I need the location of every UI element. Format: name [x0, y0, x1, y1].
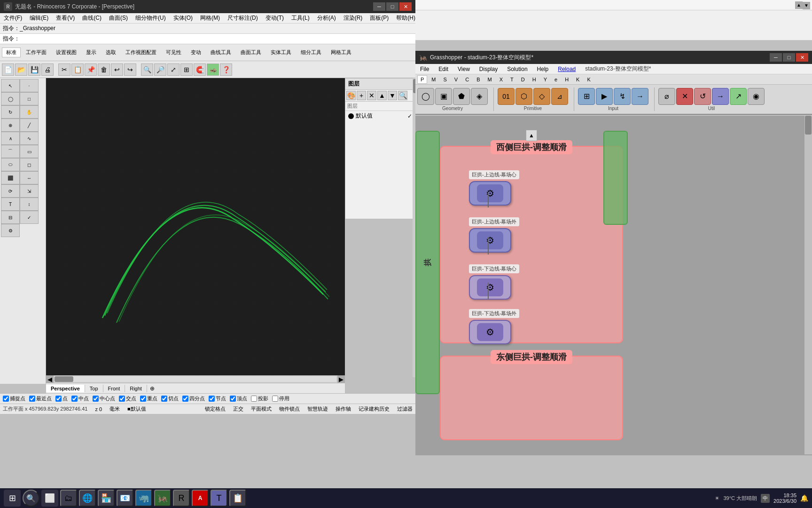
taskbar-app-revit[interactable]: R — [173, 490, 190, 507]
minimize-button[interactable]: ─ — [373, 2, 385, 11]
tool-rect-sel[interactable]: □ — [20, 92, 39, 105]
tool-dim[interactable]: ↕ — [20, 198, 39, 211]
gh-comp-input3[interactable]: ↯ — [614, 88, 631, 105]
snap-input-center[interactable] — [93, 396, 99, 402]
menu-solid[interactable]: 实体(O) — [170, 13, 196, 23]
tool-check[interactable]: ✓ — [20, 211, 39, 224]
tool-rect[interactable]: ▭ — [20, 145, 39, 158]
tool-scale[interactable]: ⇲ — [20, 184, 39, 198]
tool-text[interactable]: T — [1, 198, 20, 211]
viewport-tab-perspective[interactable]: Perspective — [46, 385, 85, 392]
toolbar-tab-select[interactable]: 选取 — [102, 48, 120, 57]
snap-input-weight[interactable] — [140, 396, 146, 402]
toolbar-tab-viewconfig[interactable]: 工作视图配置 — [121, 48, 161, 57]
snap-input-intersect[interactable] — [119, 396, 125, 402]
command-input[interactable] — [20, 36, 413, 42]
snap-input-nearest[interactable] — [29, 396, 35, 402]
snap-input-grid[interactable] — [3, 396, 9, 402]
snap-checkbox-vertex[interactable]: 顶点 — [230, 395, 247, 402]
layer-down-btn[interactable]: ▼ — [388, 91, 397, 100]
gh-tab-e[interactable]: e — [551, 75, 561, 84]
tool-snap[interactable]: 🧲 — [194, 64, 206, 76]
gh-tab-Y[interactable]: Y — [540, 75, 550, 84]
task-view-btn[interactable]: ⬜ — [41, 490, 58, 507]
gh-comp-geo4[interactable]: ◈ — [471, 88, 488, 105]
viewport-tab-front[interactable]: Front — [103, 385, 125, 392]
gh-node1[interactable]: ⚙ — [469, 181, 511, 206]
snap-input-tangent[interactable] — [161, 396, 167, 402]
tool-zoom-view[interactable]: ⊕ — [1, 119, 20, 132]
toolbar-tab-visibility[interactable]: 可见性 — [162, 48, 186, 57]
gh-comp-prim3[interactable]: ◇ — [533, 88, 550, 105]
menu-tools[interactable]: 工具(L) — [288, 13, 313, 23]
tool-arc[interactable]: ⌒ — [1, 145, 20, 158]
menu-render[interactable]: 渲染(R) — [340, 13, 367, 23]
snap-checkbox-point[interactable]: 点 — [55, 395, 68, 402]
gh-menu-view[interactable]: View — [453, 65, 475, 73]
snap-checkbox-tangent[interactable]: 切点 — [161, 395, 179, 402]
snap-input-knot[interactable] — [209, 396, 215, 402]
toolbar-tab-setview[interactable]: 设置视图 — [52, 48, 81, 57]
snap-checkbox-project[interactable]: 投影 — [251, 395, 268, 402]
snap-checkbox-center[interactable]: 中心点 — [93, 395, 115, 402]
gh-tab-V[interactable]: V — [451, 75, 461, 84]
close-button[interactable]: ✕ — [399, 2, 412, 11]
taskbar-app-browser[interactable]: 🌐 — [79, 490, 96, 507]
tool-rotate[interactable]: ⟳ — [1, 184, 20, 198]
gh-close-btn[interactable]: ✕ — [796, 53, 808, 62]
snap-checkbox-intersect[interactable]: 交点 — [119, 395, 136, 402]
rhino-window-controls[interactable]: ─ □ ✕ — [373, 2, 412, 11]
snap-input-disable[interactable] — [272, 396, 278, 402]
layer-add-btn[interactable]: + — [357, 91, 366, 100]
gh-comp-prim2[interactable]: ⬡ — [515, 88, 532, 105]
gh-scrollbar-right-thumb[interactable] — [805, 116, 812, 135]
snap-input-vertex[interactable] — [230, 396, 236, 402]
tool-3d-rotate[interactable]: ↻ — [1, 105, 20, 119]
tool-zoomin[interactable]: 🔍 — [141, 64, 153, 76]
snap-input-quad[interactable] — [182, 396, 188, 402]
layer-delete-btn[interactable]: ✕ — [367, 91, 376, 100]
gh-minimize-btn[interactable]: ─ — [770, 53, 782, 62]
tool-grid-btn[interactable]: ⊟ — [1, 211, 20, 224]
tool-redo[interactable]: ↪ — [124, 64, 136, 76]
menu-dim[interactable]: 尺寸标注(D) — [224, 13, 262, 23]
snap-input-project[interactable] — [251, 396, 257, 402]
tool-select[interactable]: ↖ — [1, 79, 20, 92]
snap-input-point[interactable] — [55, 396, 62, 402]
top-scroll-down[interactable]: ▼ — [803, 2, 810, 9]
viewport-tab-right[interactable]: Right — [125, 385, 147, 392]
scrollbar-thumb[interactable] — [55, 376, 73, 382]
tool-point[interactable]: · — [20, 79, 39, 92]
gh-tab-D[interactable]: D — [518, 75, 528, 84]
gh-tab-P[interactable]: P — [417, 75, 427, 84]
gh-comp-util3[interactable]: ↺ — [694, 88, 711, 105]
tool-help[interactable]: ❓ — [220, 64, 232, 76]
snap-input-mid[interactable] — [71, 396, 78, 402]
gh-comp-util1[interactable]: ⌀ — [658, 88, 675, 105]
menu-file[interactable]: 文件(F) — [0, 13, 26, 23]
tool-print[interactable]: 🖨 — [41, 64, 54, 76]
viewport-tab-add[interactable]: ⊕ — [147, 384, 157, 393]
tool-grasshopper[interactable]: 🦗 — [207, 64, 219, 76]
menu-mesh[interactable]: 网格(M) — [196, 13, 224, 23]
taskbar-app-teams[interactable]: T — [211, 490, 227, 507]
menu-curve[interactable]: 曲线(C) — [78, 13, 105, 23]
toolbar-tab-subdivtools[interactable]: 细分工具 — [297, 48, 326, 57]
rhino-viewport[interactable]: x y z — [46, 78, 345, 377]
menu-edit[interactable]: 编辑(E) — [26, 13, 52, 23]
gh-comp-prim4[interactable]: ⊿ — [551, 88, 568, 105]
gh-comp-geo1[interactable]: ◯ — [417, 88, 434, 105]
gh-tab-X[interactable]: X — [496, 75, 506, 84]
scroll-right-btn[interactable]: ▶ — [337, 375, 345, 383]
snap-checkbox-nearest[interactable]: 最近点 — [29, 395, 52, 402]
gh-comp-geo3[interactable]: ⬟ — [453, 88, 470, 105]
gh-scrollbar-right[interactable] — [804, 115, 812, 454]
gh-maximize-btn[interactable]: □ — [783, 53, 795, 62]
menu-transform[interactable]: 变动(T) — [262, 13, 288, 23]
taskbar-app-mail[interactable]: 📧 — [117, 490, 133, 507]
scroll-left-btn[interactable]: ◀ — [46, 375, 54, 383]
h-scrollbar[interactable]: ◀ ▶ — [46, 375, 345, 383]
tool-cut[interactable]: ✂ — [58, 64, 70, 76]
gh-tab-M2[interactable]: M — [484, 75, 495, 84]
gh-tab-K2[interactable]: K — [584, 75, 593, 84]
